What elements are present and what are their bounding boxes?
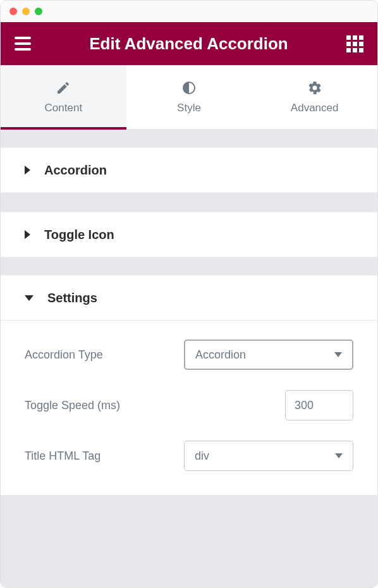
tab-style[interactable]: Style <box>126 65 252 129</box>
window-titlebar <box>1 1 377 22</box>
title-html-tag-value: div <box>195 450 209 463</box>
accordion-type-select[interactable]: Accordion <box>184 340 353 370</box>
minimize-window-button[interactable] <box>22 8 30 15</box>
section-toggle-icon[interactable]: Toggle Icon <box>1 212 377 257</box>
tab-content-label: Content <box>45 102 83 114</box>
caret-right-icon <box>25 230 30 239</box>
section-toggle-icon-title: Toggle Icon <box>44 228 114 242</box>
tab-advanced[interactable]: Advanced <box>252 65 377 129</box>
close-window-button[interactable] <box>9 8 17 15</box>
tab-content[interactable]: Content <box>1 65 126 129</box>
section-accordion[interactable]: Accordion <box>1 147 377 193</box>
chevron-down-icon <box>335 453 343 458</box>
content-area: Accordion Toggle Icon Settings Accordion… <box>1 130 377 587</box>
caret-right-icon <box>25 166 30 175</box>
section-accordion-title: Accordion <box>44 163 107 178</box>
field-toggle-speed: Toggle Speed (ms) 300 <box>25 390 353 420</box>
section-settings[interactable]: Settings <box>1 275 377 321</box>
gear-icon <box>307 80 322 95</box>
menu-icon[interactable] <box>15 37 31 51</box>
editor-window: Edit Advanced Accordion Content Style Ad… <box>0 0 378 588</box>
widgets-grid-icon[interactable] <box>346 35 363 52</box>
caret-down-icon <box>25 295 34 301</box>
field-accordion-type: Accordion Type Accordion <box>25 340 353 370</box>
toggle-speed-input[interactable]: 300 <box>285 390 353 420</box>
contrast-icon <box>181 80 197 95</box>
tabs-bar: Content Style Advanced <box>1 65 377 130</box>
accordion-type-label: Accordion Type <box>25 348 103 362</box>
title-html-tag-label: Title HTML Tag <box>25 450 101 463</box>
maximize-window-button[interactable] <box>35 8 42 15</box>
tab-advanced-label: Advanced <box>291 102 339 114</box>
chevron-down-icon <box>334 352 342 357</box>
toggle-speed-label: Toggle Speed (ms) <box>25 399 120 412</box>
accordion-type-value: Accordion <box>195 348 246 362</box>
toggle-speed-value: 300 <box>295 399 314 412</box>
panel-title: Edit Advanced Accordion <box>89 34 288 54</box>
pencil-icon <box>56 80 71 95</box>
field-title-html-tag: Title HTML Tag div <box>25 441 353 471</box>
tab-style-label: Style <box>177 102 201 114</box>
section-settings-title: Settings <box>47 291 97 305</box>
settings-body: Accordion Type Accordion Toggle Speed (m… <box>1 321 377 495</box>
panel-header: Edit Advanced Accordion <box>1 22 377 65</box>
title-html-tag-select[interactable]: div <box>184 441 353 471</box>
